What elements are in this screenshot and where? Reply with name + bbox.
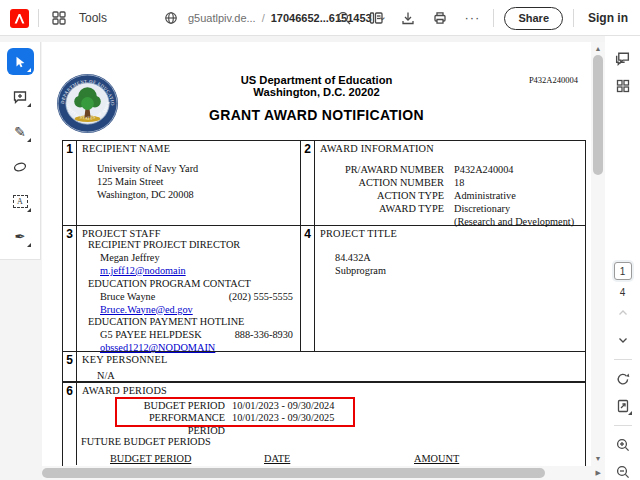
field-label: ACTION NUMBER — [315, 176, 444, 189]
submenu-corner — [27, 68, 31, 72]
submenu-corner — [27, 243, 31, 247]
horizontal-scrollbar[interactable]: ▶ — [42, 466, 605, 480]
right-side-panel: 1 4 — [605, 36, 640, 480]
globe-icon — [160, 7, 182, 29]
project-title-lines: 84.432A Subprogram — [335, 251, 386, 277]
pages-icon[interactable] — [365, 7, 387, 29]
tools-grid-icon[interactable] — [48, 7, 70, 29]
left-tool-rail: ✎ A ✒ — [0, 42, 41, 260]
box-project-staff: 3 PROJECT STAFF RECIPIENT PROJECT DIRECT… — [63, 226, 301, 351]
toolbar-divider — [493, 9, 494, 27]
sign-in-button[interactable]: Sign in — [584, 11, 632, 25]
period-label: PERFORMANCE PERIOD — [117, 412, 225, 437]
pencil-icon: ✎ — [14, 125, 26, 139]
recipient-line: University of Navy Yard — [97, 162, 198, 175]
submenu-corner — [628, 411, 632, 415]
staff-phone: (202) 555-5555 — [229, 291, 293, 304]
box-award-information: 2 AWARD INFORMATION PR/AWARD NUMBERP432A… — [301, 141, 585, 225]
more-options-icon[interactable]: ··· — [461, 7, 483, 29]
comments-panel-icon[interactable] — [611, 46, 635, 70]
future-col-budget-period: BUDGET PERIOD — [110, 453, 191, 464]
project-title-line: Subprogram — [335, 264, 386, 277]
fit-page-icon[interactable] — [611, 394, 635, 418]
total-pages-label: 4 — [620, 287, 626, 298]
staff-email-link[interactable]: m.jeff12@nodomain — [100, 265, 186, 276]
period-value: 10/01/2023 - 09/30/2025 — [225, 412, 334, 437]
fill-sign-tool-button[interactable]: ✒ — [7, 223, 34, 250]
vertical-scrollbar[interactable]: ▲ ▼ — [591, 42, 605, 466]
page-thumbnails-icon[interactable] — [611, 74, 635, 98]
box-label: KEY PERSONNEL — [77, 352, 585, 365]
box-number: 4 — [301, 226, 315, 351]
box-number: 5 — [63, 352, 77, 381]
org-name: US Department of Education — [102, 74, 531, 86]
zoom-out-icon[interactable] — [611, 460, 635, 480]
period-label: BUDGET PERIOD — [117, 400, 225, 412]
document-header: US Department of Education Washington, D… — [102, 74, 531, 123]
horizontal-scrollbar-thumb[interactable] — [42, 468, 545, 478]
staff-email-link[interactable]: Bruce.Wayne@ed.gov — [100, 304, 193, 315]
award-periods-highlight: BUDGET PERIOD10/01/2023 - 09/30/2024 PER… — [115, 397, 355, 427]
previous-page-button[interactable] — [611, 301, 635, 325]
box-recipient-name: 1 RECIPIENT NAME University of Navy Yard… — [63, 141, 301, 225]
box-award-periods: 6 AWARD PERIODS BUDGET PERIOD10/01/2023 … — [63, 383, 585, 465]
fountain-pen-icon: ✒ — [15, 230, 26, 243]
scroll-up-arrow-icon[interactable]: ▲ — [591, 45, 605, 52]
staff-phone: 888-336-8930 — [235, 329, 293, 342]
staff-name: Bruce Wayne — [100, 291, 155, 304]
project-title-line: 84.432A — [335, 251, 386, 264]
recipient-line: Washington, DC 20008 — [97, 188, 198, 201]
staff-name: G5 PAYEE HELPDESK — [100, 329, 202, 342]
field-label: ACTION TYPE — [315, 189, 444, 202]
field-value: Discretionary — [444, 202, 510, 215]
field-label: PR/AWARD NUMBER — [315, 163, 444, 176]
print-icon[interactable] — [429, 7, 451, 29]
box-label: RECIPIENT NAME — [77, 141, 300, 154]
acrobat-web-viewer: Tools g5uatlpiv.de... / 17046652...61514… — [0, 0, 640, 480]
download-icon[interactable] — [397, 7, 419, 29]
submenu-corner — [27, 138, 31, 142]
box-project-title: 4 PROJECT TITLE 84.432A Subprogram — [301, 226, 585, 351]
field-value: Administrative — [444, 189, 516, 202]
rotate-page-icon[interactable] — [611, 367, 635, 391]
project-staff-list: RECIPIENT PROJECT DIRECTOR Megan Jeffrey… — [77, 239, 300, 355]
select-tool-button[interactable] — [7, 48, 34, 75]
panel-divider — [614, 359, 632, 360]
box-key-personnel: 5 KEY PERSONNEL N/A — [63, 352, 585, 381]
toolbar-divider — [38, 9, 39, 27]
staff-role: EDUCATION PAYMENT HOTLINE — [77, 316, 300, 329]
staff-name: Megan Jeffrey — [100, 252, 160, 265]
box-number: 2 — [301, 141, 315, 225]
key-personnel-value: N/A — [97, 370, 115, 381]
next-page-button[interactable] — [611, 328, 635, 352]
vertical-scrollbar-thumb[interactable] — [593, 55, 603, 175]
current-page-input[interactable]: 1 — [614, 262, 632, 280]
comment-tool-button[interactable] — [7, 83, 34, 110]
share-button[interactable]: Share — [504, 7, 563, 30]
toolbar-divider — [573, 9, 574, 27]
award-number-header: P432A240004 — [529, 75, 578, 85]
future-col-date: DATE — [264, 453, 290, 464]
future-budget-periods-label: FUTURE BUDGET PERIODS — [81, 436, 211, 447]
breadcrumb-site: g5uatlpiv.de... — [188, 12, 256, 24]
grant-form-table: 1 RECIPIENT NAME University of Navy Yard… — [62, 140, 586, 466]
box-number: 1 — [63, 141, 77, 225]
draw-pencil-tool-button[interactable]: ✎ — [7, 118, 34, 145]
search-icon[interactable] — [333, 7, 355, 29]
adobe-acrobat-logo-icon[interactable] — [10, 9, 29, 28]
top-toolbar: Tools g5uatlpiv.de... / 17046652...61514… — [0, 0, 640, 36]
lasso-tool-button[interactable] — [7, 153, 34, 180]
scroll-right-arrow-icon[interactable]: ▶ — [596, 469, 601, 477]
future-col-amount: AMOUNT — [414, 453, 459, 464]
document-title: GRANT AWARD NOTIFICATION — [102, 107, 531, 123]
box-number: 3 — [63, 226, 77, 351]
breadcrumb-separator: / — [262, 12, 265, 24]
tools-menu-label[interactable]: Tools — [79, 11, 107, 25]
box-label: PROJECT STAFF — [77, 226, 300, 239]
staff-role: RECIPIENT PROJECT DIRECTOR — [77, 239, 300, 252]
box-label: PROJECT TITLE — [315, 226, 585, 239]
zoom-in-icon[interactable] — [611, 433, 635, 457]
field-label: AWARD TYPE — [315, 202, 444, 215]
scroll-down-arrow-icon[interactable]: ▼ — [591, 455, 605, 462]
add-text-tool-button[interactable]: A — [7, 188, 34, 215]
